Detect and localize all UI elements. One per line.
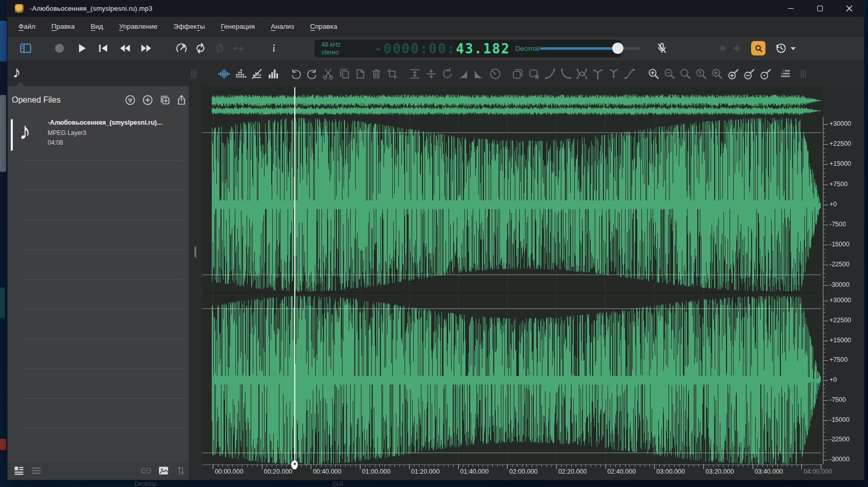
link-icon[interactable] [140, 464, 152, 477]
s-curve-icon[interactable] [623, 67, 636, 81]
amplitude-ruler[interactable]: +30000+22500+15000+7500+0-7500-15000-225… [823, 86, 864, 480]
undo-icon[interactable] [289, 67, 302, 81]
view-spectrogram-icon[interactable] [234, 67, 247, 81]
waveform-canvas[interactable] [203, 86, 823, 480]
menu-item-генерация[interactable]: Генерация [215, 20, 261, 33]
curve-fade-in-icon[interactable] [543, 67, 557, 81]
play-from-cursor-icon[interactable] [232, 42, 245, 55]
history-icon[interactable] [774, 42, 788, 55]
amplitude-minor-tick [823, 237, 825, 238]
copy-selection-icon[interactable] [511, 67, 524, 81]
amplify-icon[interactable] [408, 67, 421, 81]
menu-bar: ФайлПравкаВидУправлениеЭффектыГенерацияА… [8, 17, 864, 36]
volume-slider[interactable] [540, 43, 640, 54]
detail-list-icon[interactable] [13, 464, 25, 477]
search-button[interactable] [751, 41, 765, 55]
panel-splitter[interactable] [189, 86, 203, 480]
app-window: -Алюбовьосенняя_(smyslpesni.ru).mp3 Файл… [8, 0, 864, 480]
amplitude-minor-tick [823, 357, 825, 357]
cut-icon[interactable] [321, 67, 335, 81]
add-copy-icon[interactable] [159, 94, 171, 106]
amplitude-minor-tick [823, 444, 825, 444]
amplitude-minor-tick [823, 305, 825, 305]
gain-knob-icon[interactable] [489, 67, 502, 81]
vzoom-in-icon[interactable] [727, 67, 740, 81]
redo-icon[interactable] [306, 67, 319, 81]
nav-forward-icon[interactable] [731, 42, 744, 55]
timeline-label: 01:20.000 [411, 468, 440, 475]
paste-icon[interactable] [354, 67, 367, 81]
export-icon[interactable] [175, 94, 188, 106]
fade-in-icon[interactable] [456, 67, 470, 81]
rewind-icon[interactable] [118, 42, 131, 55]
amplitude-minor-tick [823, 384, 825, 385]
fade-out-icon[interactable] [472, 67, 486, 81]
vzoom-reset-icon[interactable] [759, 67, 773, 81]
menu-item-файл[interactable]: Файл [13, 20, 41, 33]
handle-left-icon[interactable] [187, 67, 200, 81]
loop-selection-icon[interactable] [213, 42, 226, 55]
zoom-back-icon[interactable] [711, 67, 724, 81]
split-curve-icon[interactable] [591, 67, 604, 81]
list-row-separator [23, 220, 184, 220]
splitter-grip[interactable] [194, 246, 196, 258]
cut-selection-icon[interactable] [528, 67, 541, 81]
close-button[interactable] [835, 0, 864, 17]
zoom-selection-icon[interactable] [679, 67, 692, 81]
amplitude-minor-tick [823, 177, 825, 177]
zoom-one-icon[interactable] [695, 67, 708, 81]
list-icon[interactable] [30, 464, 43, 477]
crossfade-icon[interactable] [575, 67, 589, 81]
timeline-label: 01:40.000 [460, 468, 489, 475]
timeline-label: 03:40.000 [755, 468, 783, 475]
waveform-area: 00:00.00000:20.00000:40.00001:00.00001:2… [203, 86, 864, 480]
volume-slider-thumb[interactable] [612, 43, 623, 54]
nav-back-icon[interactable] [716, 42, 729, 55]
menu-item-эффекты[interactable]: Эффекты [168, 20, 210, 33]
amplitude-label-ch1: +30000 [830, 120, 851, 127]
merge-curve-icon[interactable] [607, 67, 620, 81]
crop-icon[interactable] [386, 67, 399, 81]
maximize-button[interactable] [805, 0, 835, 17]
amplitude-label-ch2: +0 [830, 376, 837, 383]
split-icon[interactable] [425, 67, 438, 81]
revert-icon[interactable] [440, 67, 454, 81]
amplitude-minor-tick [823, 229, 825, 229]
add-icon[interactable] [142, 94, 154, 106]
zoom-out-icon[interactable] [663, 67, 676, 81]
sort-icon[interactable] [175, 464, 187, 477]
menu-item-справка[interactable]: Справка [305, 20, 343, 33]
levels-icon[interactable] [779, 67, 792, 81]
filter-icon[interactable] [124, 94, 136, 106]
view-wave-spectrogram-icon[interactable] [250, 67, 264, 81]
view-spectrum-icon[interactable] [267, 67, 280, 81]
playback-speed-icon[interactable] [175, 42, 188, 55]
zoom-in-icon[interactable] [647, 67, 660, 81]
handle-right-icon[interactable] [797, 67, 810, 81]
info-icon[interactable] [267, 42, 280, 55]
menu-item-вид[interactable]: Вид [85, 20, 109, 33]
view-waveform-icon[interactable] [217, 67, 231, 81]
history-dropdown-caret[interactable] [791, 47, 796, 50]
fast-forward-icon[interactable] [140, 42, 153, 55]
amplitude-tick [823, 265, 828, 265]
amplitude-minor-tick [823, 325, 825, 325]
amplitude-label-ch2: -30000 [830, 456, 850, 463]
amplitude-minor-tick [823, 253, 825, 254]
file-list-item[interactable]: ♪ -Алюбовьосенняя_(smyslpesni.ru)... MPE… [8, 113, 189, 155]
minimize-button[interactable] [776, 0, 805, 17]
menu-item-правка[interactable]: Правка [46, 20, 80, 33]
menu-item-анализ[interactable]: Анализ [265, 20, 300, 33]
sidebar-toggle-icon[interactable] [19, 42, 32, 55]
delete-icon[interactable] [370, 67, 383, 81]
image-icon[interactable] [157, 464, 170, 477]
menu-item-управление[interactable]: Управление [113, 20, 163, 33]
curve-fade-out-icon[interactable] [559, 67, 573, 81]
record-icon[interactable] [53, 42, 66, 55]
skip-start-icon[interactable] [96, 42, 110, 55]
play-icon[interactable] [75, 42, 88, 55]
loop-icon[interactable] [194, 42, 207, 55]
vzoom-out-icon[interactable] [743, 67, 756, 81]
mic-muted-icon[interactable] [655, 42, 669, 55]
copy-icon[interactable] [338, 67, 351, 81]
